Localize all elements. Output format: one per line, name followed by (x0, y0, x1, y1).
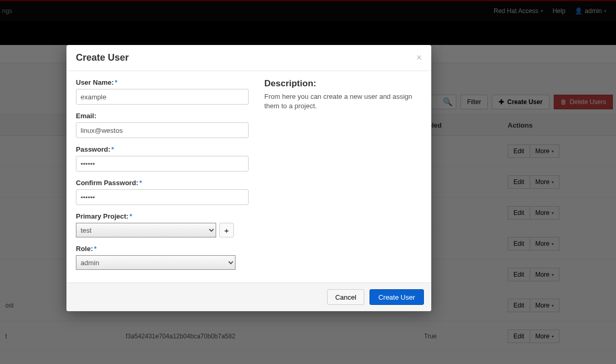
close-icon[interactable]: × (416, 52, 422, 63)
role-label: Role:* (76, 245, 249, 253)
modal-footer: Cancel Create User (66, 282, 431, 311)
username-label-text: User Name: (76, 78, 114, 86)
add-project-button[interactable]: + (219, 223, 234, 237)
cancel-button[interactable]: Cancel (327, 289, 364, 305)
email-label: Email: (76, 112, 249, 120)
required-marker: * (139, 179, 142, 187)
role-select[interactable]: admin (76, 255, 236, 270)
description-heading: Description: (264, 78, 422, 89)
email-input[interactable] (76, 122, 249, 138)
form-column: User Name:* Email: Password:* Confirm Pa… (76, 78, 249, 272)
project-label-text: Primary Project: (76, 212, 128, 220)
role-label-text: Role: (76, 245, 93, 253)
required-marker: * (94, 245, 97, 253)
modal-header: Create User × (66, 45, 431, 71)
password-input[interactable] (76, 156, 249, 172)
password-label: Password:* (76, 145, 249, 153)
description-text: From here you can create a new user and … (264, 92, 422, 111)
required-marker: * (115, 78, 117, 86)
create-user-modal: Create User × User Name:* Email: Passwor… (66, 45, 431, 311)
primary-project-label: Primary Project:* (76, 212, 249, 220)
required-marker: * (129, 212, 132, 220)
description-column: Description: From here you can create a … (264, 78, 422, 272)
modal-body: User Name:* Email: Password:* Confirm Pa… (66, 71, 431, 282)
confirm-password-label: Confirm Password:* (76, 179, 249, 187)
password-label-text: Password: (76, 145, 110, 153)
submit-create-user-button[interactable]: Create User (369, 289, 424, 305)
primary-project-select[interactable]: test (76, 223, 216, 237)
username-label: User Name:* (76, 78, 249, 86)
confirm-label-text: Confirm Password: (76, 179, 138, 187)
username-input[interactable] (76, 89, 249, 105)
required-marker: * (111, 145, 114, 153)
modal-title: Create User (76, 52, 129, 63)
confirm-password-input[interactable] (76, 189, 249, 205)
